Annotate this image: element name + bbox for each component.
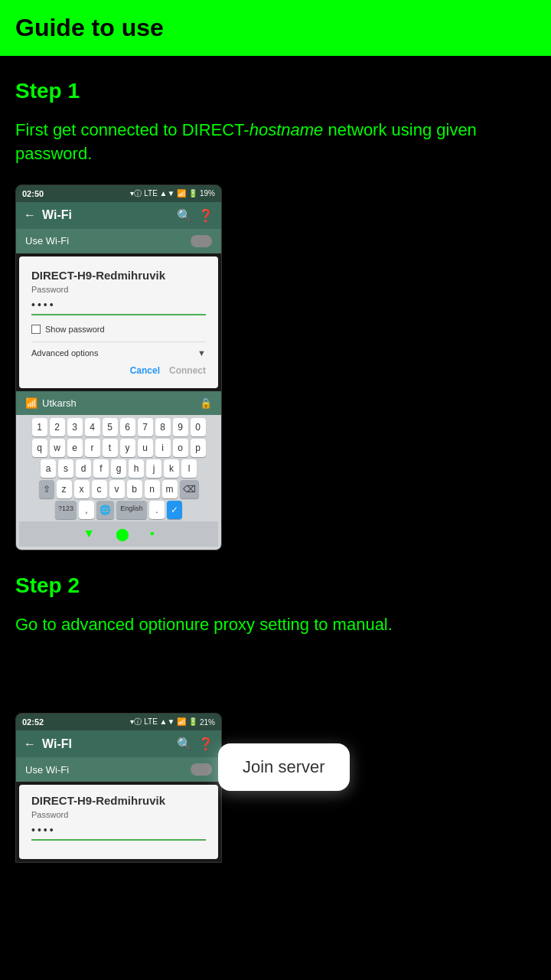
key-4[interactable]: 4 — [85, 418, 100, 436]
back-icon: ← — [24, 208, 36, 222]
key-0[interactable]: 0 — [191, 418, 206, 436]
key-q[interactable]: q — [32, 439, 47, 457]
key-k[interactable]: k — [164, 459, 179, 478]
key-b[interactable]: b — [127, 480, 142, 498]
key-m[interactable]: m — [162, 480, 178, 498]
key-j[interactable]: j — [146, 459, 161, 478]
comma-key[interactable]: , — [79, 501, 94, 519]
join-server-tooltip[interactable]: Join server — [218, 743, 350, 791]
network-row-1: 📶 Utkarsh 🔒 — [16, 391, 221, 415]
key-g[interactable]: g — [111, 459, 126, 478]
language-key[interactable]: English — [116, 501, 147, 519]
key-c[interactable]: c — [92, 480, 107, 498]
key-e[interactable]: e — [67, 439, 83, 457]
key-z[interactable]: z — [57, 480, 72, 498]
backspace-key[interactable]: ⌫ — [180, 480, 199, 498]
key-5[interactable]: 5 — [103, 418, 118, 436]
phone-screenshot-2: 02:52 ▾ⓘ LTE ▲▼ 📶 🔋 21% ← Wi-FI 🔍 ❓ Use … — [15, 713, 222, 863]
step1-description: First get connected to DIRECT-hostname n… — [0, 119, 551, 166]
back-icon-2: ← — [24, 737, 36, 751]
help-icon-2: ❓ — [198, 737, 214, 751]
search-icon: 🔍 — [177, 208, 192, 223]
key-r[interactable]: r — [85, 439, 100, 457]
battery-percent-2: 21% — [200, 718, 215, 727]
key-y[interactable]: y — [120, 439, 135, 457]
key-p[interactable]: p — [191, 439, 206, 457]
period-key[interactable]: . — [149, 501, 165, 519]
step1-text-before: First get connected to DIRECT- — [15, 120, 249, 139]
show-password-label: Show password — [45, 325, 105, 334]
key-t[interactable]: t — [103, 439, 118, 457]
key-8[interactable]: 8 — [155, 418, 171, 436]
chevron-down-icon: ▼ — [197, 348, 206, 358]
keyboard-row-numbers: 1 2 3 4 5 6 7 8 9 0 — [19, 418, 218, 436]
wifi-dialog-2: DIRECT-H9-Redmihruvik Password •••• — [19, 785, 218, 859]
key-2[interactable]: 2 — [50, 418, 65, 436]
key-a[interactable]: a — [41, 459, 56, 478]
use-wifi-row-2: Use Wi-Fi — [16, 757, 221, 782]
key-f[interactable]: f — [93, 459, 109, 478]
key-1[interactable]: 1 — [32, 418, 47, 436]
cancel-button[interactable]: Cancel — [130, 365, 160, 376]
dialog-buttons: Cancel Connect — [31, 365, 206, 376]
wifi-title-1: Wi-Fi — [42, 208, 171, 222]
wifi-toolbar-2: ← Wi-FI 🔍 ❓ — [16, 730, 221, 757]
wifi-signal-icon: ▾ⓘ LTE ▲▼ 📶 🔋 — [130, 188, 197, 199]
step2-label: Step 2 — [0, 573, 551, 598]
advanced-options-label: Advanced options — [31, 348, 98, 358]
shift-key[interactable]: ⇧ — [39, 480, 54, 498]
use-wifi-label-1: Use Wi-Fi — [25, 235, 69, 247]
dialog-title-1: DIRECT-H9-Redmihruvik — [31, 269, 206, 282]
search-icon-2: 🔍 — [177, 737, 192, 751]
phone-screenshot-1: 02:50 ▾ⓘ LTE ▲▼ 📶 🔋 19% ← Wi-Fi 🔍 ❓ Use … — [15, 185, 222, 550]
dialog-subtitle-1: Password — [31, 285, 206, 294]
key-i[interactable]: i — [155, 439, 171, 457]
nav-square-icon[interactable]: ▪ — [141, 524, 164, 544]
key-6[interactable]: 6 — [120, 418, 135, 436]
key-o[interactable]: o — [173, 439, 188, 457]
advanced-options-row: Advanced options ▼ — [31, 341, 206, 358]
connect-button[interactable]: Connect — [169, 365, 206, 376]
nav-down-icon[interactable]: ▼ — [73, 524, 104, 544]
key-v[interactable]: v — [109, 480, 125, 498]
dialog-subtitle-2: Password — [31, 810, 206, 819]
step2-description: Go to advanced optionure proxy setting t… — [0, 613, 551, 637]
use-wifi-row-1: Use Wi-Fi — [16, 229, 221, 253]
symbols-key[interactable]: ?123 — [55, 501, 77, 519]
status-time-1: 02:50 — [22, 189, 44, 198]
key-w[interactable]: w — [50, 439, 65, 457]
enter-key[interactable]: ✓ — [167, 501, 182, 519]
wifi-toggle-1 — [191, 235, 212, 247]
key-n[interactable]: n — [145, 480, 160, 498]
globe-key[interactable]: 🌐 — [96, 501, 114, 519]
show-password-row-1: Show password — [31, 325, 206, 334]
battery-percent-1: 19% — [200, 189, 215, 198]
keyboard-1: 1 2 3 4 5 6 7 8 9 0 q w e r t y u i o p … — [16, 415, 221, 550]
step1-label: Step 1 — [0, 79, 551, 103]
header: Guide to use — [0, 0, 551, 56]
show-password-checkbox[interactable] — [31, 325, 41, 334]
join-server-label: Join server — [243, 757, 325, 776]
network-name-1: Utkarsh — [42, 397, 77, 409]
step2-text-before: Go to advanced option — [15, 615, 184, 634]
nav-home-icon[interactable]: ⬤ — [106, 524, 139, 544]
key-3[interactable]: 3 — [67, 418, 83, 436]
key-x[interactable]: x — [74, 480, 90, 498]
key-h[interactable]: h — [129, 459, 144, 478]
status-bar-1: 02:50 ▾ⓘ LTE ▲▼ 📶 🔋 19% — [16, 185, 221, 202]
keyboard-row-bottom: ?123 , 🌐 English . ✓ — [19, 501, 218, 519]
status-bar-2: 02:52 ▾ⓘ LTE ▲▼ 📶 🔋 21% — [16, 714, 221, 730]
wifi-icon: 📶 — [25, 397, 37, 409]
key-7[interactable]: 7 — [138, 418, 153, 436]
keyboard-row-qwerty: q w e r t y u i o p — [19, 439, 218, 457]
key-d[interactable]: d — [76, 459, 91, 478]
key-u[interactable]: u — [138, 439, 153, 457]
dialog-title-2: DIRECT-H9-Redmihruvik — [31, 794, 206, 807]
key-9[interactable]: 9 — [173, 418, 188, 436]
password-dots-2: •••• — [31, 824, 206, 841]
key-s[interactable]: s — [58, 459, 73, 478]
key-l[interactable]: l — [181, 459, 197, 478]
wifi-dialog-1: DIRECT-H9-Redmihruvik Password •••• Show… — [19, 256, 218, 388]
status-icons-2: ▾ⓘ LTE ▲▼ 📶 🔋 21% — [130, 717, 215, 727]
help-icon: ❓ — [198, 208, 214, 223]
